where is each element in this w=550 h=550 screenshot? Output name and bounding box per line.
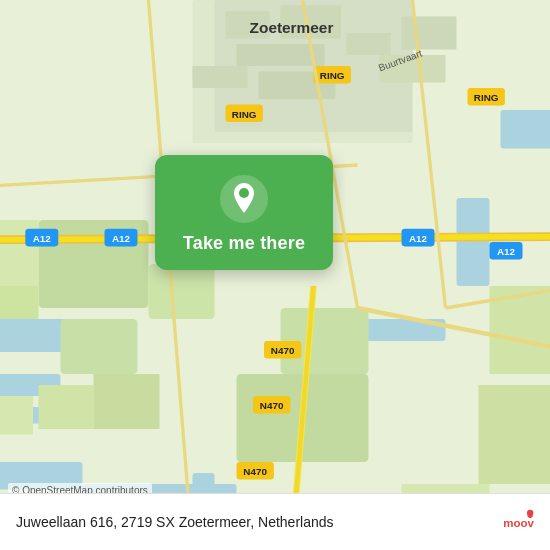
- svg-text:Zoetermeer: Zoetermeer: [250, 19, 334, 36]
- svg-point-76: [527, 510, 533, 516]
- svg-rect-29: [94, 374, 160, 429]
- svg-text:N470: N470: [271, 345, 295, 356]
- svg-rect-22: [61, 319, 138, 374]
- moovit-logo-icon: moovit: [502, 506, 534, 538]
- map-background: A12 A12 A12 A12 N470 N470 N470 N470 RING…: [0, 0, 550, 550]
- svg-text:N470: N470: [260, 400, 284, 411]
- svg-rect-10: [501, 110, 551, 149]
- svg-text:RING: RING: [474, 92, 499, 103]
- svg-rect-16: [193, 66, 248, 88]
- svg-text:A12: A12: [33, 233, 52, 244]
- address-text: Juweellaan 616, 2719 SX Zoetermeer, Neth…: [16, 514, 334, 530]
- svg-text:N470: N470: [243, 466, 267, 477]
- location-pin-icon: [220, 175, 268, 223]
- svg-text:moovit: moovit: [503, 517, 534, 529]
- svg-rect-19: [402, 17, 457, 50]
- svg-text:A12: A12: [497, 246, 516, 257]
- svg-rect-27: [0, 286, 39, 319]
- svg-point-74: [239, 188, 249, 198]
- svg-rect-9: [457, 198, 490, 286]
- moovit-logo: moovit: [502, 506, 534, 538]
- svg-text:A12: A12: [112, 233, 131, 244]
- svg-rect-23: [149, 264, 215, 319]
- svg-text:A12: A12: [409, 233, 428, 244]
- bottom-bar: Juweellaan 616, 2719 SX Zoetermeer, Neth…: [0, 493, 550, 550]
- svg-rect-30: [0, 396, 33, 435]
- svg-rect-18: [347, 33, 391, 55]
- take-me-there-button[interactable]: Take me there: [183, 233, 305, 254]
- svg-rect-37: [479, 385, 551, 484]
- map-container: A12 A12 A12 A12 N470 N470 N470 N470 RING…: [0, 0, 550, 550]
- svg-text:RING: RING: [232, 109, 257, 120]
- svg-text:RING: RING: [320, 70, 345, 81]
- svg-rect-28: [39, 385, 94, 429]
- take-me-there-card[interactable]: Take me there: [155, 155, 333, 270]
